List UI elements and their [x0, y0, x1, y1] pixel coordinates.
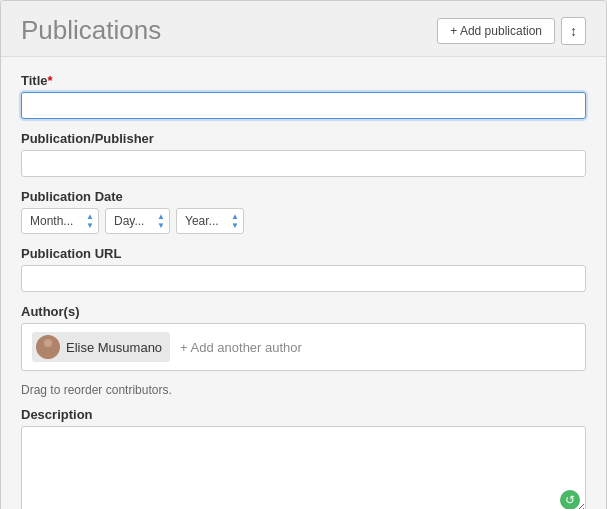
header-actions: + Add publication ↕	[437, 17, 586, 45]
day-wrapper: Day... ▲ ▼	[105, 208, 170, 234]
description-textarea[interactable]	[21, 426, 586, 509]
year-wrapper: Year... ▲ ▼	[176, 208, 244, 234]
date-row: Month... ▲ ▼ Day... ▲ ▼	[21, 208, 586, 234]
sort-icon: ↕	[570, 23, 577, 39]
page-title: Publications	[21, 15, 161, 46]
add-another-author-link[interactable]: + Add another author	[180, 340, 302, 355]
sort-button[interactable]: ↕	[561, 17, 586, 45]
url-label: Publication URL	[21, 246, 586, 261]
publications-panel: Publications + Add publication ↕ Title* …	[0, 0, 607, 509]
date-label: Publication Date	[21, 189, 586, 204]
svg-point-1	[41, 349, 55, 359]
title-input[interactable]	[21, 92, 586, 119]
publisher-group: Publication/Publisher	[21, 131, 586, 177]
title-label: Title*	[21, 73, 586, 88]
month-wrapper: Month... ▲ ▼	[21, 208, 99, 234]
authors-group: Author(s) Elise Musumano + Add another a…	[21, 304, 586, 371]
publisher-label: Publication/Publisher	[21, 131, 586, 146]
publisher-input[interactable]	[21, 150, 586, 177]
panel-header: Publications + Add publication ↕	[1, 1, 606, 57]
drag-hint: Drag to reorder contributors.	[21, 383, 586, 397]
date-group: Publication Date Month... ▲ ▼ Day...	[21, 189, 586, 234]
avatar-image	[36, 335, 60, 359]
year-select[interactable]: Year...	[176, 208, 244, 234]
authors-label: Author(s)	[21, 304, 586, 319]
author-chip[interactable]: Elise Musumano	[32, 332, 170, 362]
url-group: Publication URL	[21, 246, 586, 292]
authors-box: Elise Musumano + Add another author	[21, 323, 586, 371]
form-body: Title* Publication/Publisher Publication…	[1, 57, 606, 509]
author-name: Elise Musumano	[66, 340, 162, 355]
description-group: Description ↺	[21, 407, 586, 509]
day-select[interactable]: Day...	[105, 208, 170, 234]
description-wrapper: ↺	[21, 426, 586, 509]
title-group: Title*	[21, 73, 586, 119]
description-label: Description	[21, 407, 586, 422]
add-publication-button[interactable]: + Add publication	[437, 18, 555, 44]
svg-point-0	[44, 339, 52, 347]
required-indicator: *	[48, 73, 53, 88]
url-input[interactable]	[21, 265, 586, 292]
month-select[interactable]: Month...	[21, 208, 99, 234]
avatar	[36, 335, 60, 359]
